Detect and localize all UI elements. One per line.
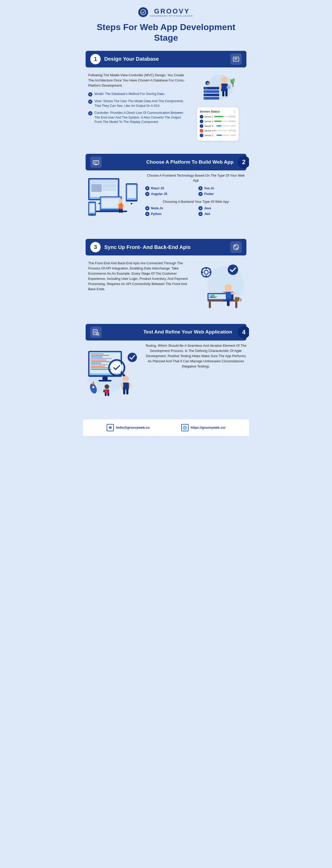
svg-rect-28 (94, 164, 97, 165)
svg-point-65 (224, 284, 232, 291)
step-1-icon (230, 54, 242, 65)
server-check-5: ✓ (200, 133, 203, 137)
server-bar-fill-1 (214, 116, 223, 117)
bullet-dot-1 (88, 92, 92, 96)
bullet-text-1: Model: The Database's Method For Storing… (94, 92, 165, 96)
step-4-right: Testing, Which Should Be A Seamless And … (145, 343, 246, 369)
svg-rect-102 (91, 360, 107, 361)
step-3-number: 3 (90, 242, 101, 252)
svg-text:HTML: HTML (210, 296, 214, 298)
svg-rect-3 (234, 59, 237, 60)
step-2-title: Choose A Platform To Build Web App (105, 159, 234, 165)
server-status-4: OFFLINE (228, 130, 236, 131)
svg-rect-35 (91, 184, 102, 192)
step-3-description: The Front-End And Back-End Apis Are Conn… (88, 260, 188, 292)
step-1-bar: 1 Design Your Database (86, 51, 246, 67)
person-illustration: 👍 (192, 73, 244, 105)
logo-icon (138, 7, 148, 17)
globe-icon: 🌐 (181, 424, 188, 431)
logo-subtitle: ASSURANCE OF EXCELLENCE! (150, 15, 194, 17)
tech-label-flutter: Flutter (204, 192, 214, 196)
server-name-3: Server 3 (204, 125, 215, 127)
svg-rect-24 (233, 83, 234, 87)
svg-rect-17 (219, 84, 221, 89)
svg-rect-109 (102, 377, 108, 380)
step-2-bar: Choose A Platform To Build Web App 2 (86, 154, 246, 170)
server-bar-fill-2 (214, 121, 221, 122)
step-1-title: Design Your Database (104, 56, 230, 62)
step-2-backend-title: Choosing A Backend Your Type Of Web App (145, 199, 246, 204)
svg-rect-103 (91, 361, 110, 362)
svg-point-47 (131, 203, 132, 204)
step-1-number: 1 (90, 54, 101, 64)
step-2-image (86, 173, 143, 226)
svg-point-13 (205, 94, 206, 95)
server-row-1: ✓ Server 1 NORMAL (200, 115, 236, 119)
svg-rect-101 (91, 358, 112, 359)
tech-dot-vue (199, 186, 203, 190)
svg-rect-55 (123, 204, 124, 208)
svg-point-15 (221, 77, 228, 83)
server-row-2: ✓ Server 2 NORMAL (200, 120, 236, 123)
backend-tech-grid: Node.Js Java Python .Net (145, 206, 246, 216)
email-icon: ✉ (107, 424, 114, 431)
svg-rect-20 (225, 91, 228, 96)
page-wrapper: GROOVY ASSURANCE OF EXCELLENCE! Steps Fo… (83, 0, 249, 436)
step-1-bullets: Model: The Database's Method For Storing… (88, 92, 188, 124)
svg-rect-2 (234, 58, 238, 59)
bullet-text-3: Controller: Provides A Direct Line Of Co… (94, 111, 188, 124)
footer-email: ✉ hello@groovyweb.co (107, 424, 150, 431)
tech-vuejs: Vue.Js (199, 186, 246, 190)
footer-email-text: hello@groovyweb.co (116, 426, 150, 430)
svg-rect-104 (91, 363, 101, 364)
svg-rect-106 (91, 366, 105, 367)
server-status-card: Servers Status ⋮ ✓ Server 1 NORMAL ✓ Ser… (197, 107, 239, 141)
server-bar-4 (214, 130, 227, 131)
svg-rect-125 (103, 390, 105, 392)
server-bar-3 (217, 125, 230, 127)
step-4-image (86, 343, 143, 401)
bullet-dot-3 (88, 111, 92, 115)
step-3-bar: 3 Sync Up Front- And Back-End Apis (86, 239, 246, 255)
svg-rect-98 (91, 353, 104, 354)
step-3-image: CSS HTML (192, 260, 244, 311)
svg-text:👍: 👍 (207, 82, 210, 85)
svg-rect-91 (94, 333, 96, 334)
svg-point-78 (204, 270, 208, 274)
bullet-2: View: Shows The User The Model Data And … (88, 99, 188, 108)
svg-rect-117 (123, 382, 129, 390)
divider-1 (83, 149, 249, 154)
tech-label-node: Node.Js (151, 207, 163, 210)
svg-rect-53 (119, 204, 123, 209)
svg-rect-81 (201, 272, 203, 273)
footer-website: 🌐 https://groovyweb.co/ (181, 424, 225, 431)
svg-rect-79 (205, 267, 207, 269)
svg-point-115 (92, 386, 94, 388)
tech-dot-angular (145, 192, 149, 196)
server-status-5: LIGHT (231, 134, 236, 136)
svg-rect-64 (227, 301, 230, 306)
step-1-description: Following The Model-View-Controller (MVC… (88, 73, 188, 88)
svg-rect-118 (121, 383, 123, 388)
step-4-bar: Test And Refine Your Web Application 4 (86, 324, 246, 341)
step-2-number: 2 (238, 156, 249, 168)
tech-dot-dotnet (199, 212, 203, 216)
svg-rect-87 (235, 297, 239, 298)
tech-dotnet: .Net (199, 212, 246, 216)
svg-point-112 (111, 362, 122, 373)
svg-rect-90 (94, 332, 96, 333)
tech-dot-java (199, 206, 203, 210)
svg-point-12 (205, 91, 206, 92)
divider-4 (83, 409, 249, 414)
tech-label-react: React JS (151, 186, 164, 190)
server-status-3: LIGHT (231, 125, 236, 127)
server-bar-5 (217, 134, 230, 136)
svg-rect-29 (94, 161, 98, 162)
svg-point-51 (92, 214, 93, 215)
main-title: Steps For Web App Development Stage (88, 22, 244, 43)
server-check-3: ✓ (200, 124, 203, 128)
tech-nodejs: Node.Js (145, 206, 193, 210)
svg-rect-61 (209, 302, 211, 308)
tech-angularjs: Angular JS (145, 192, 193, 196)
svg-point-10 (205, 88, 206, 89)
